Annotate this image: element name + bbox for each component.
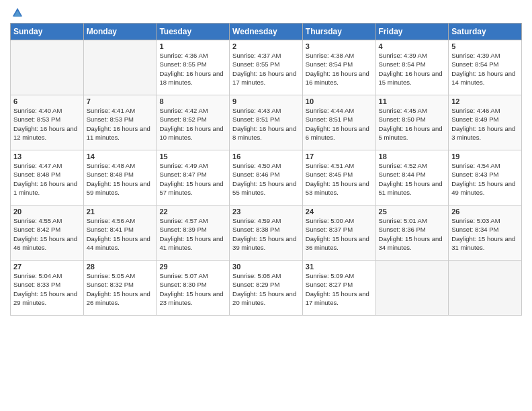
- daylight-text: Daylight: 16 hours and 16 minutes.: [306, 69, 373, 87]
- sunrise-text: Sunrise: 5:04 AM: [13, 271, 81, 280]
- day-number: 6: [13, 97, 81, 105]
- calendar-day-cell: 6Sunrise: 4:40 AMSunset: 8:53 PMDaylight…: [11, 95, 84, 150]
- day-number: 8: [159, 97, 226, 105]
- sunset-text: Sunset: 8:53 PM: [13, 115, 81, 124]
- calendar-day-cell: 27Sunrise: 5:04 AMSunset: 8:33 PMDayligh…: [11, 261, 84, 316]
- sunset-text: Sunset: 8:54 PM: [451, 60, 519, 68]
- daylight-text: Daylight: 16 hours and 14 minutes.: [451, 69, 519, 87]
- calendar-day-header: Thursday: [302, 24, 375, 40]
- calendar-day-cell: 20Sunrise: 4:55 AMSunset: 8:42 PMDayligh…: [11, 205, 84, 261]
- calendar-day-cell: 23Sunrise: 4:59 AMSunset: 8:38 PMDayligh…: [230, 205, 303, 261]
- daylight-text: Daylight: 15 hours and 59 minutes.: [87, 179, 154, 197]
- daylight-text: Daylight: 15 hours and 34 minutes.: [379, 234, 446, 253]
- calendar-day-cell: 3Sunrise: 4:38 AMSunset: 8:54 PMDaylight…: [302, 40, 375, 95]
- sunrise-text: Sunrise: 4:50 AM: [232, 161, 300, 170]
- calendar-day-header: Saturday: [449, 24, 522, 40]
- daylight-text: Daylight: 16 hours and 15 minutes.: [379, 69, 446, 87]
- daylight-text: Daylight: 16 hours and 10 minutes.: [159, 124, 226, 142]
- sunrise-text: Sunrise: 4:46 AM: [451, 106, 519, 115]
- calendar-day-cell: 15Sunrise: 4:49 AMSunset: 8:47 PMDayligh…: [157, 150, 230, 205]
- day-info: Sunrise: 4:59 AMSunset: 8:38 PMDaylight:…: [232, 216, 300, 252]
- sunrise-text: Sunrise: 4:59 AM: [232, 216, 300, 225]
- calendar-day-cell: 16Sunrise: 4:50 AMSunset: 8:46 PMDayligh…: [230, 150, 303, 205]
- sunset-text: Sunset: 8:48 PM: [13, 170, 81, 179]
- daylight-text: Daylight: 16 hours and 6 minutes.: [306, 124, 373, 142]
- sunset-text: Sunset: 8:52 PM: [159, 115, 226, 124]
- daylight-text: Daylight: 16 hours and 18 minutes.: [159, 69, 226, 87]
- day-info: Sunrise: 4:56 AMSunset: 8:41 PMDaylight:…: [87, 216, 154, 252]
- daylight-text: Daylight: 15 hours and 36 minutes.: [306, 234, 373, 253]
- day-info: Sunrise: 4:46 AMSunset: 8:49 PMDaylight:…: [451, 106, 519, 142]
- calendar-day-cell: 9Sunrise: 4:43 AMSunset: 8:51 PMDaylight…: [230, 95, 303, 150]
- calendar-day-header: Monday: [83, 24, 157, 40]
- sunset-text: Sunset: 8:45 PM: [306, 170, 373, 179]
- sunrise-text: Sunrise: 4:41 AM: [87, 106, 154, 115]
- calendar-day-cell: 29Sunrise: 5:07 AMSunset: 8:30 PMDayligh…: [157, 261, 230, 316]
- daylight-text: Daylight: 15 hours and 57 minutes.: [159, 179, 226, 197]
- day-info: Sunrise: 5:09 AMSunset: 8:27 PMDaylight:…: [306, 271, 373, 307]
- calendar-day-cell: 1Sunrise: 4:36 AMSunset: 8:55 PMDaylight…: [157, 40, 230, 95]
- calendar-day-cell: 11Sunrise: 4:45 AMSunset: 8:50 PMDayligh…: [375, 95, 449, 150]
- sunrise-text: Sunrise: 4:39 AM: [379, 51, 446, 60]
- daylight-text: Daylight: 15 hours and 31 minutes.: [451, 234, 519, 253]
- sunrise-text: Sunrise: 4:37 AM: [232, 51, 300, 60]
- calendar-day-cell: [83, 40, 157, 95]
- day-number: 5: [451, 42, 519, 50]
- sunset-text: Sunset: 8:34 PM: [451, 225, 519, 234]
- daylight-text: Daylight: 15 hours and 20 minutes.: [232, 289, 300, 308]
- daylight-text: Daylight: 15 hours and 51 minutes.: [379, 179, 446, 197]
- calendar-week-row: 1Sunrise: 4:36 AMSunset: 8:55 PMDaylight…: [11, 40, 522, 95]
- day-info: Sunrise: 5:00 AMSunset: 8:37 PMDaylight:…: [306, 216, 373, 252]
- day-info: Sunrise: 4:37 AMSunset: 8:55 PMDaylight:…: [232, 51, 300, 87]
- calendar-day-cell: 24Sunrise: 5:00 AMSunset: 8:37 PMDayligh…: [302, 205, 375, 261]
- sunrise-text: Sunrise: 5:09 AM: [306, 271, 373, 280]
- sunset-text: Sunset: 8:54 PM: [379, 60, 446, 68]
- daylight-text: Daylight: 15 hours and 44 minutes.: [87, 234, 154, 253]
- sunset-text: Sunset: 8:33 PM: [13, 280, 81, 289]
- calendar-day-cell: 30Sunrise: 5:08 AMSunset: 8:29 PMDayligh…: [230, 261, 303, 316]
- day-info: Sunrise: 4:38 AMSunset: 8:54 PMDaylight:…: [306, 51, 373, 87]
- daylight-text: Daylight: 15 hours and 55 minutes.: [232, 179, 300, 197]
- sunset-text: Sunset: 8:55 PM: [232, 60, 300, 68]
- sunset-text: Sunset: 8:30 PM: [159, 280, 226, 289]
- day-number: 31: [306, 263, 373, 271]
- sunrise-text: Sunrise: 5:00 AM: [306, 216, 373, 225]
- daylight-text: Daylight: 15 hours and 17 minutes.: [306, 289, 373, 308]
- sunset-text: Sunset: 8:51 PM: [232, 115, 300, 124]
- calendar-day-cell: 17Sunrise: 4:51 AMSunset: 8:45 PMDayligh…: [302, 150, 375, 205]
- daylight-text: Daylight: 16 hours and 12 minutes.: [13, 124, 81, 142]
- sunrise-text: Sunrise: 4:55 AM: [13, 216, 81, 225]
- calendar-day-header: Wednesday: [230, 24, 303, 40]
- day-number: 21: [87, 208, 154, 216]
- calendar-day-cell: 10Sunrise: 4:44 AMSunset: 8:51 PMDayligh…: [302, 95, 375, 150]
- daylight-text: Daylight: 16 hours and 17 minutes.: [232, 69, 300, 87]
- calendar-day-cell: 12Sunrise: 4:46 AMSunset: 8:49 PMDayligh…: [449, 95, 522, 150]
- daylight-text: Daylight: 16 hours and 5 minutes.: [379, 124, 446, 142]
- sunrise-text: Sunrise: 4:39 AM: [451, 51, 519, 60]
- daylight-text: Daylight: 15 hours and 41 minutes.: [159, 234, 226, 253]
- day-number: 13: [13, 152, 81, 161]
- sunset-text: Sunset: 8:44 PM: [379, 170, 446, 179]
- sunset-text: Sunset: 8:43 PM: [451, 170, 519, 179]
- day-info: Sunrise: 4:42 AMSunset: 8:52 PMDaylight:…: [159, 106, 226, 142]
- logo: [10, 7, 25, 19]
- day-number: 12: [451, 97, 519, 105]
- day-number: 20: [13, 208, 81, 216]
- daylight-text: Daylight: 16 hours and 11 minutes.: [87, 124, 154, 142]
- sunrise-text: Sunrise: 4:52 AM: [379, 161, 446, 170]
- day-info: Sunrise: 5:07 AMSunset: 8:30 PMDaylight:…: [159, 271, 226, 307]
- day-number: 28: [87, 263, 154, 271]
- day-number: 15: [159, 152, 226, 161]
- calendar-table: SundayMondayTuesdayWednesdayThursdayFrid…: [10, 23, 522, 316]
- sunset-text: Sunset: 8:27 PM: [306, 280, 373, 289]
- sunset-text: Sunset: 8:37 PM: [306, 225, 373, 234]
- daylight-text: Daylight: 16 hours and 3 minutes.: [451, 124, 519, 142]
- calendar-day-header: Sunday: [11, 24, 84, 40]
- day-info: Sunrise: 4:54 AMSunset: 8:43 PMDaylight:…: [451, 161, 519, 197]
- day-number: 22: [159, 208, 226, 216]
- day-info: Sunrise: 4:50 AMSunset: 8:46 PMDaylight:…: [232, 161, 300, 197]
- day-number: 29: [159, 263, 226, 271]
- sunset-text: Sunset: 8:47 PM: [159, 170, 226, 179]
- calendar-day-cell: 28Sunrise: 5:05 AMSunset: 8:32 PMDayligh…: [83, 261, 157, 316]
- day-number: 26: [451, 208, 519, 216]
